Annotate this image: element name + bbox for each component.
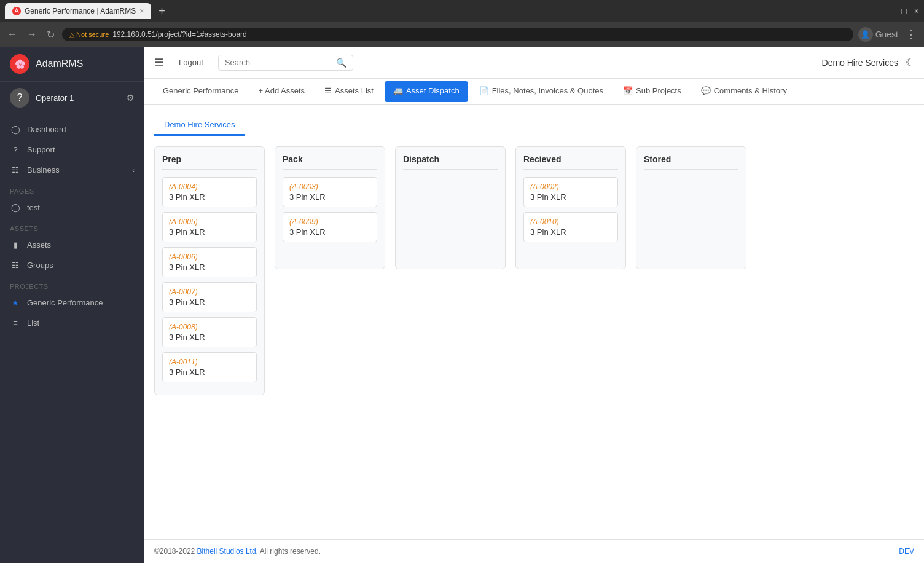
tab-sub-projects[interactable]: 📅 Sub Projects — [614, 79, 690, 104]
card-name: 3 Pin XLR — [169, 368, 250, 377]
kanban-col-title-prep: Prep — [162, 154, 257, 170]
url-input[interactable]: △ Not secure 192.168.0.51/project/?id=1#… — [62, 28, 853, 41]
sidebar-item-groups[interactable]: ☷ Groups — [0, 255, 144, 275]
kanban-card[interactable]: (A-0009)3 Pin XLR — [283, 212, 377, 242]
tab-assets-list[interactable]: ☰ Assets List — [316, 79, 382, 104]
card-name: 3 Pin XLR — [289, 227, 370, 237]
card-name: 3 Pin XLR — [169, 227, 250, 237]
sidebar-item-label: Generic Performance — [27, 298, 103, 307]
close-btn[interactable]: × — [914, 6, 919, 16]
footer-rights: All rights reserved. — [258, 547, 321, 556]
user-name: Operator 1 — [36, 93, 120, 103]
support-icon: ? — [10, 145, 21, 154]
card-name: 3 Pin XLR — [169, 333, 250, 342]
logout-button[interactable]: Logout — [174, 55, 208, 69]
list-icon: ☰ — [324, 86, 332, 95]
back-button[interactable]: ← — [5, 26, 20, 42]
kanban-card[interactable]: (A-0008)3 Pin XLR — [162, 317, 257, 347]
search-icon: 🔍 — [336, 58, 346, 68]
search-box[interactable]: 🔍 — [218, 55, 353, 71]
browser-menu-btn[interactable]: ⋮ — [903, 25, 919, 44]
user-avatar: ? — [10, 88, 29, 108]
footer-copyright: ©2018-2022 Bithell Studios Ltd. All righ… — [154, 547, 321, 556]
assets-section-label: ASSETS — [0, 220, 144, 235]
new-tab-button[interactable]: + — [156, 5, 168, 18]
tab-favicon: A — [12, 7, 21, 15]
sidebar-item-assets[interactable]: ▮ Assets — [0, 235, 144, 255]
search-input[interactable] — [225, 58, 332, 67]
kanban-col-title-stored: Stored — [644, 154, 738, 170]
tab-label: Comments & History — [714, 86, 787, 95]
kanban-column-prep: Prep(A-0004)3 Pin XLR(A-0005)3 Pin XLR(A… — [154, 146, 265, 395]
tab-generic-performance[interactable]: Generic Performance — [154, 79, 248, 104]
sidebar-user: ? Operator 1 ⚙ — [0, 82, 144, 114]
settings-icon[interactable]: ⚙ — [127, 93, 135, 103]
card-id: (A-0010) — [530, 218, 611, 226]
footer-company-link[interactable]: Bithell Studios Ltd. — [197, 547, 258, 556]
sidebar: 🌸 AdamRMS ? Operator 1 ⚙ ◯ Dashboard ? S… — [0, 47, 144, 563]
card-name: 3 Pin XLR — [530, 192, 611, 202]
sidebar-item-test[interactable]: ◯ test — [0, 197, 144, 218]
tab-add-assets[interactable]: + Add Assets — [250, 79, 314, 104]
kanban-card[interactable]: (A-0005)3 Pin XLR — [162, 212, 257, 242]
kanban-card[interactable]: (A-0007)3 Pin XLR — [162, 282, 257, 312]
project-tabs: Generic Performance + Add Assets ☰ Asset… — [144, 79, 924, 105]
tab-label: + Add Assets — [259, 86, 305, 95]
sidebar-item-support[interactable]: ? Support — [0, 140, 144, 160]
card-id: (A-0003) — [289, 183, 370, 191]
active-tab[interactable]: A Generic Performance | AdamRMS × — [5, 3, 151, 19]
tab-asset-dispatch[interactable]: 🚐 Asset Dispatch — [385, 81, 468, 102]
browser-chrome: A Generic Performance | AdamRMS × + — □ … — [0, 0, 924, 22]
url-text: 192.168.0.51/project/?id=1#assets-board — [112, 30, 247, 39]
file-icon: 📄 — [479, 86, 489, 95]
dispatch-icon: 🚐 — [393, 86, 403, 95]
kanban-card[interactable]: (A-0002)3 Pin XLR — [523, 177, 618, 207]
forward-button[interactable]: → — [25, 26, 39, 42]
sidebar-item-dashboard[interactable]: ◯ Dashboard — [0, 119, 144, 140]
restore-btn[interactable]: □ — [901, 6, 906, 16]
card-id: (A-0004) — [169, 183, 250, 191]
calendar-icon: 📅 — [623, 86, 633, 95]
reload-button[interactable]: ↻ — [44, 26, 57, 43]
profile-icon: 👤 — [858, 27, 873, 42]
kanban-card[interactable]: (A-0003)3 Pin XLR — [283, 177, 377, 207]
card-id: (A-0007) — [169, 288, 250, 296]
test-icon: ◯ — [10, 203, 21, 212]
tab-label: Assets List — [335, 86, 374, 95]
menu-toggle-btn[interactable]: ☰ — [154, 56, 164, 69]
tab-comments-history[interactable]: 💬 Comments & History — [692, 79, 796, 104]
kanban-column-recieved: Recieved(A-0002)3 Pin XLR(A-0010)3 Pin X… — [515, 146, 626, 269]
sidebar-item-label: Assets — [27, 240, 51, 250]
sidebar-logo: 🌸 — [10, 54, 29, 74]
card-name: 3 Pin XLR — [169, 262, 250, 272]
topbar: ☰ Logout 🔍 Demo Hire Services ☾ — [144, 47, 924, 79]
kanban-card[interactable]: (A-0006)3 Pin XLR — [162, 247, 257, 277]
tab-label: Generic Performance — [163, 86, 239, 95]
tab-close-btn[interactable]: × — [139, 7, 144, 15]
sidebar-item-label: Support — [27, 145, 55, 154]
sub-tab-demo-hire[interactable]: Demo Hire Services — [154, 115, 245, 136]
chevron-icon: ‹ — [132, 167, 135, 174]
card-id: (A-0005) — [169, 218, 250, 226]
minimize-btn[interactable]: — — [885, 6, 894, 16]
kanban-column-stored: Stored — [636, 146, 746, 269]
card-id: (A-0002) — [530, 183, 611, 191]
content-area: Demo Hire Services Prep(A-0004)3 Pin XLR… — [144, 105, 924, 539]
card-id: (A-0008) — [169, 323, 250, 331]
footer-copyright-text: ©2018-2022 — [154, 547, 197, 556]
tab-files-notes[interactable]: 📄 Files, Notes, Invoices & Quotes — [471, 79, 612, 104]
business-icon: ☷ — [10, 165, 21, 175]
kanban-column-dispatch: Dispatch — [395, 146, 506, 269]
sidebar-item-list[interactable]: ≡ List — [0, 313, 144, 333]
kanban-card[interactable]: (A-0010)3 Pin XLR — [523, 212, 618, 242]
footer-dev-label: DEV — [899, 547, 914, 556]
kanban-card[interactable]: (A-0004)3 Pin XLR — [162, 177, 257, 207]
sidebar-item-business[interactable]: ☷ Business ‹ — [0, 160, 144, 180]
profile-button[interactable]: 👤 Guest — [858, 27, 898, 42]
sidebar-item-generic-performance[interactable]: ★ Generic Performance — [0, 293, 144, 313]
card-id: (A-0009) — [289, 218, 370, 226]
tab-label: Asset Dispatch — [406, 86, 460, 95]
sidebar-item-label: Groups — [27, 261, 53, 270]
kanban-card[interactable]: (A-0011)3 Pin XLR — [162, 352, 257, 382]
dark-mode-toggle[interactable]: ☾ — [906, 57, 914, 68]
